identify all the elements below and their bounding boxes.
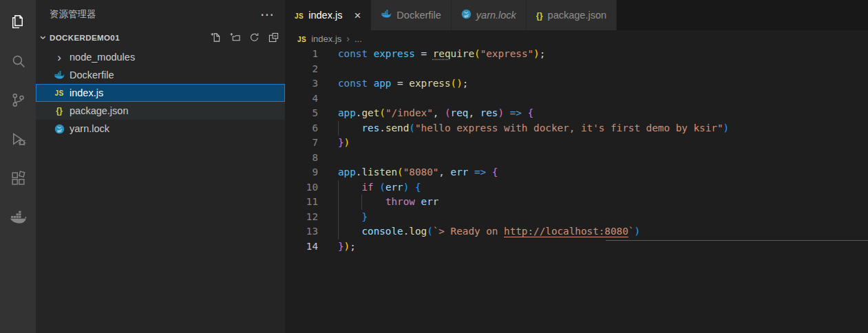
file-label: node_modules (70, 52, 135, 63)
code-line-3[interactable]: 3const app = express(); (285, 76, 868, 92)
file-label: package.json (70, 105, 128, 116)
code-line-1[interactable]: 1const express = require("express"); (285, 47, 868, 62)
code-token: ( (474, 48, 480, 59)
sidebar-title: 资源管理器 (50, 8, 260, 21)
indent-guide (338, 195, 339, 210)
code-line-4[interactable]: 4 (285, 92, 868, 107)
code-content: throw err (318, 195, 438, 210)
breadcrumb-more[interactable]: ... (354, 34, 362, 44)
file-item-yarn.lock[interactable]: yarn.lock (36, 120, 285, 138)
line-number: 3 (285, 76, 318, 92)
yarn-icon (52, 124, 66, 134)
breadcrumb-separator-icon: › (346, 33, 350, 44)
line-number: 4 (285, 92, 318, 107)
code-token: ) (344, 137, 350, 148)
section-title: DOCKERDEMO01 (50, 34, 211, 42)
file-item-Dockerfile[interactable]: Dockerfile (36, 66, 285, 84)
code-token: ) (533, 48, 540, 59)
tab-Dockerfile[interactable]: Dockerfile (371, 0, 451, 30)
tab-bar: JSindex.js×Dockerfileyarn.lock{}package.… (285, 0, 868, 30)
code-token: res (361, 122, 379, 133)
line-number: 8 (285, 151, 318, 166)
section-header-dockerdemo01[interactable]: › DOCKERDEMO01 (36, 29, 285, 46)
code-content (318, 151, 338, 166)
code-line-11[interactable]: 11 throw err (285, 195, 868, 210)
code-token: { (415, 182, 421, 193)
breadcrumb[interactable]: JS index.js › ... (285, 30, 868, 47)
editor-group: JSindex.js×Dockerfileyarn.lock{}package.… (285, 0, 868, 333)
explorer-icon[interactable] (9, 12, 27, 30)
run-debug-icon[interactable] (9, 130, 27, 148)
extensions-icon[interactable] (9, 169, 27, 187)
refresh-icon[interactable] (249, 32, 260, 43)
code-content: }); (318, 239, 356, 255)
code-token: ) (498, 107, 504, 118)
indent-guide (338, 121, 339, 136)
code-line-12[interactable]: 12 } (285, 210, 868, 225)
source-control-icon[interactable] (9, 91, 27, 109)
code-token (338, 211, 361, 222)
js-file-icon: JS (297, 34, 306, 44)
search-icon[interactable] (9, 52, 27, 69)
code-line-8[interactable]: 8 (285, 151, 868, 166)
code-token: `> Ready on (433, 226, 504, 237)
code-token (522, 107, 528, 118)
tab-label: yarn.lock (476, 10, 516, 21)
code-line-5[interactable]: 5app.get("/index", (req, res) => { (285, 106, 868, 121)
code-token: ( (451, 78, 457, 89)
code-editor[interactable]: 1const express = require("express");23co… (285, 47, 868, 333)
tab-label: Dockerfile (396, 10, 441, 21)
docker-file-icon (52, 71, 66, 80)
code-token: ) (456, 78, 463, 89)
json-braces-icon: {} (52, 106, 66, 116)
file-item-index.js[interactable]: JSindex.js (36, 84, 285, 102)
file-tree: ›node_modulesDockerfileJSindex.js{}packa… (36, 46, 285, 138)
code-content: app.get("/index", (req, res) => { (318, 106, 533, 121)
js-badge-icon: JS (295, 10, 304, 21)
file-label: yarn.lock (70, 123, 109, 134)
code-token: err (385, 182, 403, 193)
tab-yarn.lock[interactable]: yarn.lock (452, 0, 527, 30)
code-token (374, 182, 380, 193)
indent-guide (338, 224, 339, 239)
file-label: Dockerfile (70, 69, 114, 80)
code-token: uire (451, 48, 474, 59)
line-number: 5 (285, 106, 318, 121)
new-folder-icon[interactable] (230, 32, 240, 43)
code-token: } (361, 211, 368, 222)
js-badge-icon: JS (52, 89, 66, 97)
code-line-2[interactable]: 2 (285, 62, 868, 77)
line-number: 10 (285, 180, 318, 195)
code-line-13[interactable]: 13 console.log(`> Ready on http://localh… (285, 224, 868, 239)
code-line-9[interactable]: 9app.listen("8080", err => { (285, 165, 868, 180)
code-line-6[interactable]: 6 res.send("hello express with docker, i… (285, 121, 868, 136)
code-token: ; (540, 48, 546, 59)
docker-icon[interactable] (9, 208, 27, 226)
code-line-14[interactable]: 14}); (285, 239, 868, 255)
code-line-7[interactable]: 7}) (285, 136, 868, 151)
code-token: , (433, 107, 445, 118)
new-file-icon[interactable] (211, 32, 221, 43)
chevron-down-icon: › (36, 32, 50, 44)
tab-index.js[interactable]: JSindex.js× (285, 0, 371, 30)
breadcrumb-file[interactable]: index.js (311, 34, 341, 44)
code-token: const (338, 48, 374, 59)
code-content: app.listen("8080", err => { (318, 165, 498, 180)
code-token: => (474, 166, 486, 178)
code-token (338, 122, 361, 133)
code-token: listen (361, 166, 397, 178)
collapse-all-icon[interactable] (268, 32, 279, 43)
code-line-10[interactable]: 10 if (err) { (285, 180, 868, 195)
vscode-window: 资源管理器 ⋯ › DOCKERDEMO01 ›node_modulesDock… (0, 0, 868, 333)
file-item-node_modules[interactable]: ›node_modules (36, 48, 285, 66)
code-token: if (361, 182, 373, 193)
tab-package.json[interactable]: {}package.json (527, 0, 617, 30)
file-item-package.json[interactable]: {}package.json (36, 102, 285, 120)
code-token: "express" (480, 48, 533, 59)
close-tab-icon[interactable]: × (354, 10, 361, 21)
code-content: }) (318, 136, 350, 151)
code-token: { (492, 166, 498, 178)
sidebar-header: 资源管理器 ⋯ (36, 0, 285, 29)
tab-label: index.js (308, 10, 342, 21)
code-content (318, 62, 338, 77)
